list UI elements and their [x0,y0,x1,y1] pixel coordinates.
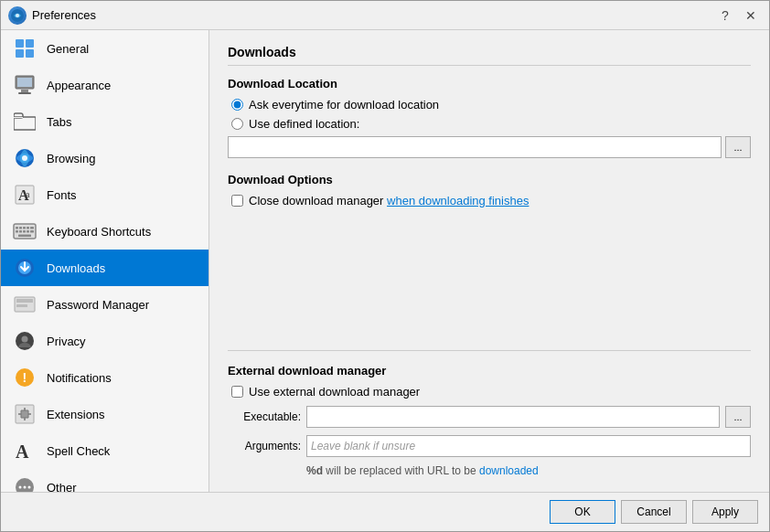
location-path-input[interactable] [228,136,722,158]
svg-point-14 [22,155,27,161]
browse-executable-button[interactable]: ... [725,406,751,428]
sidebar-label-privacy: Privacy [47,335,86,348]
svg-rect-24 [16,230,18,233]
download-location-section: Download Location Ask everytime for down… [228,77,751,158]
preferences-window: Preferences ? ✕ General [0,0,770,532]
close-manager-link[interactable]: when downloading finishes [387,194,529,207]
sidebar: General Appearance [1,30,209,492]
external-download-manager-section: External download manager Use external d… [228,364,751,477]
location-radio-group: Ask everytime for download location Use … [231,98,751,131]
radio-ask[interactable] [231,99,243,111]
sidebar-label-keyboard: Keyboard Shortcuts [47,225,151,239]
sidebar-item-keyboard-shortcuts[interactable]: Keyboard Shortcuts [1,213,209,250]
svg-text:a: a [26,189,30,199]
info-text: %d will be replaced with URL to be downl… [306,464,751,477]
svg-rect-8 [21,90,28,92]
sidebar-item-downloads[interactable]: Downloads [1,250,209,286]
content-area: General Appearance [1,30,769,492]
titlebar: Preferences ? ✕ [1,1,769,30]
executable-input[interactable] [306,406,720,428]
panel-title: Downloads [228,45,751,66]
svg-rect-33 [16,299,33,303]
use-external-label: Use external download manager [249,385,420,399]
app-icon [8,6,27,25]
svg-rect-4 [16,49,24,58]
help-button[interactable]: ? [714,5,736,27]
sidebar-label-password: Password Manager [47,298,149,312]
executable-row: Executable: ... [228,406,751,428]
separator [228,350,751,351]
appearance-icon [12,72,37,98]
svg-point-1 [16,14,19,17]
close-manager-item: Close download manager when downloading … [231,194,751,207]
use-external-item: Use external download manager [231,385,751,399]
sidebar-item-password-manager[interactable]: Password Manager [1,286,209,323]
arguments-input[interactable] [306,435,751,457]
fonts-icon: A a [12,182,37,207]
arguments-row: Arguments: [228,435,751,457]
download-location-title: Download Location [228,77,751,90]
sidebar-item-browsing[interactable]: Browsing [1,140,209,176]
sidebar-item-appearance[interactable]: Appearance [1,67,209,103]
radio-defined-item: Use defined location: [231,117,751,131]
svg-text:!: ! [23,370,27,385]
info-text-link[interactable]: downloaded [479,464,539,477]
info-text-code: %d [306,464,323,477]
svg-point-42 [19,486,22,489]
svg-rect-25 [19,230,22,233]
sidebar-item-general[interactable]: General [1,30,209,67]
svg-rect-19 [16,227,18,229]
other-icon [12,474,37,492]
svg-rect-34 [16,304,27,307]
sidebar-label-tabs: Tabs [47,115,71,129]
radio-defined[interactable] [231,118,243,130]
executable-label: Executable: [228,410,301,423]
privacy-icon [12,328,37,354]
svg-rect-10 [14,117,36,130]
svg-rect-3 [26,39,34,48]
sidebar-label-appearance: Appearance [47,79,111,92]
sidebar-label-notifications: Notifications [47,371,112,385]
apply-button[interactable]: Apply [692,500,758,524]
download-options-title: Download Options [228,173,751,186]
close-manager-checkbox[interactable] [231,195,243,207]
extensions-icon [12,401,37,427]
bottom-bar: OK Cancel Apply [1,492,769,531]
svg-rect-20 [19,227,22,229]
svg-point-41 [16,478,34,492]
sidebar-item-notifications[interactable]: ! Notifications [1,359,209,396]
radio-defined-label[interactable]: Use defined location: [249,117,359,131]
sidebar-item-extensions[interactable]: Extensions [1,396,209,432]
location-path-row: ... [228,136,751,158]
sidebar-label-extensions: Extensions [47,408,105,421]
main-panel: Downloads Download Location Ask everytim… [209,30,769,492]
browse-location-button[interactable]: ... [725,136,751,158]
svg-rect-9 [18,92,31,94]
use-external-checkbox[interactable] [231,386,243,398]
password-icon [12,292,37,317]
close-button[interactable]: ✕ [740,5,762,27]
sidebar-item-fonts[interactable]: A a Fonts [1,176,209,213]
sidebar-item-spell-check[interactable]: A Spell Check [1,432,209,469]
sidebar-item-privacy[interactable]: Privacy [1,323,209,359]
svg-rect-29 [18,235,31,238]
ok-button[interactable]: OK [550,500,615,524]
arguments-label: Arguments: [228,440,301,452]
external-manager-title: External download manager [228,364,751,378]
svg-rect-12 [14,117,23,118]
downloads-icon [12,255,37,281]
sidebar-item-other[interactable]: Other [1,469,209,492]
sidebar-label-fonts: Fonts [47,188,77,202]
radio-ask-label[interactable]: Ask everytime for download location [249,98,439,112]
cancel-button[interactable]: Cancel [621,500,687,524]
titlebar-controls: ? ✕ [714,5,762,27]
svg-rect-28 [30,230,34,233]
browsing-icon [12,145,37,171]
svg-point-43 [24,486,27,489]
close-manager-label: Close download manager when downloading … [249,194,529,207]
svg-rect-2 [16,39,24,48]
close-manager-text-before: Close download manager [249,194,383,207]
svg-rect-23 [30,227,34,229]
sidebar-item-tabs[interactable]: Tabs [1,103,209,140]
notifications-icon: ! [12,365,37,390]
